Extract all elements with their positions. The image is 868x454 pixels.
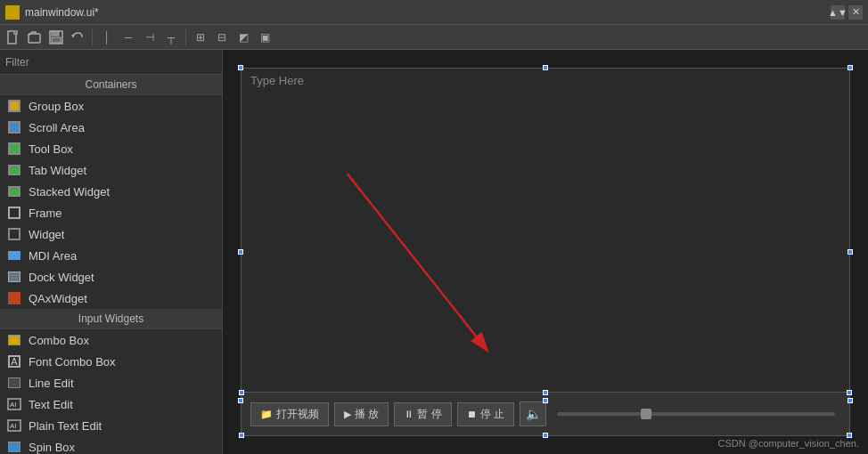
volume-button[interactable]: 🔈 (520, 401, 546, 426)
stop-icon: ⏹ (467, 409, 477, 419)
text-edit-label: Text Edit (29, 398, 73, 411)
section-containers: Containers (0, 75, 222, 95)
anchor-bottom-bar-right[interactable] (847, 390, 852, 395)
app-icon (5, 5, 20, 20)
sidebar-item-line-edit[interactable]: Line Edit (0, 372, 222, 393)
play-button[interactable]: ▶ 播 放 (334, 402, 389, 426)
frame-icon (7, 206, 21, 220)
line-edit-icon (7, 376, 21, 390)
svg-rect-4 (29, 34, 40, 43)
anchor-canvas-bottom-right[interactable] (848, 398, 853, 403)
pause-button[interactable]: ⏸ 暂 停 (394, 402, 451, 426)
anchor-bottom-bar-bottom-center[interactable] (543, 433, 548, 438)
open-video-icon: 📁 (260, 409, 273, 420)
toolbar-btn-save[interactable] (46, 28, 66, 47)
sidebar-item-text-edit[interactable]: AI Text Edit (0, 393, 222, 415)
frame-label: Frame (29, 207, 62, 220)
toolbar-btn-align-center[interactable]: ─ (119, 28, 138, 47)
sidebar-item-stacked-widget[interactable]: Stacked Widget (0, 181, 222, 202)
toolbar-btn-break[interactable]: ⊟ (212, 28, 232, 47)
open-video-button[interactable]: 📁 打开视频 (250, 402, 329, 426)
font-combo-box-icon: A (7, 354, 21, 369)
combo-box-label: Combo Box (29, 334, 89, 347)
spin-box-icon (7, 440, 21, 454)
anchor-canvas-bottom-center[interactable] (543, 398, 548, 403)
anchor-bottom-bar-bottom-left[interactable] (239, 433, 244, 438)
sidebar-item-combo-box[interactable]: Combo Box (0, 329, 222, 351)
stacked-widget-label: Stacked Widget (29, 185, 110, 199)
tool-box-label: Tool Box (29, 142, 73, 156)
filter-label: Filter (5, 56, 29, 69)
toolbar-btn-align-left[interactable]: │ (97, 28, 117, 47)
volume-slider-handle[interactable] (641, 409, 651, 419)
type-here-label: Type Here (242, 69, 849, 93)
sidebar-item-dock-widget[interactable]: Dock Widget (0, 266, 222, 288)
section-input-widgets: Input Widgets (0, 309, 222, 329)
qaxwidget-icon (7, 291, 21, 305)
sidebar-item-group-box[interactable]: Group Box (0, 95, 222, 117)
toolbar-btn-align-top[interactable]: ┬ (161, 28, 181, 47)
svg-text:AI: AI (10, 422, 17, 430)
tab-widget-icon (7, 163, 21, 177)
svg-marker-8 (71, 35, 75, 37)
toolbar-btn-undo[interactable] (68, 28, 87, 47)
dock-widget-icon (7, 270, 21, 284)
toolbar-btn-layout[interactable]: ◩ (233, 28, 253, 47)
svg-rect-3 (13, 30, 18, 35)
text-edit-icon: AI (7, 397, 21, 411)
filter-bar: Filter (0, 50, 222, 75)
group-box-icon (7, 99, 21, 113)
anchor-top-center[interactable] (543, 65, 548, 70)
close-btn[interactable]: ✕ (848, 5, 863, 20)
mdi-area-label: MDI Area (29, 249, 77, 263)
toolbar-btn-open[interactable] (25, 28, 45, 47)
stop-label: 停 止 (480, 407, 504, 422)
anchor-bottom-bar-center-top[interactable] (543, 390, 548, 395)
sidebar-item-font-combo-box[interactable]: A Font Combo Box (0, 351, 222, 372)
sidebar-item-plain-text-edit[interactable]: AI Plain Text Edit (0, 415, 222, 436)
tool-box-icon (7, 142, 21, 156)
stop-button[interactable]: ⏹ 停 止 (457, 402, 514, 426)
form-canvas[interactable]: Type Here (241, 68, 850, 401)
plain-text-edit-icon: AI (7, 418, 21, 433)
anchor-top-left[interactable] (238, 65, 243, 70)
open-video-label: 打开视频 (276, 407, 319, 422)
svg-rect-1 (9, 9, 16, 16)
widget-icon (7, 227, 21, 241)
volume-icon: 🔈 (526, 407, 541, 421)
main-content: Filter Containers Group Box Scroll Area (0, 50, 868, 454)
dock-widget-label: Dock Widget (29, 271, 94, 284)
play-label: 播 放 (355, 407, 379, 422)
scroll-area-icon (7, 120, 21, 134)
sidebar-item-scroll-area[interactable]: Scroll Area (0, 117, 222, 138)
anchor-mid-left[interactable] (238, 249, 243, 255)
window-controls[interactable]: ▲▼ ✕ (831, 5, 863, 20)
group-box-label: Group Box (29, 100, 84, 113)
sidebar-item-qaxwidget[interactable]: QAxWidget (0, 288, 222, 309)
sidebar-item-widget[interactable]: Widget (0, 223, 222, 245)
anchor-top-right[interactable] (848, 65, 853, 70)
sidebar-item-frame[interactable]: Frame (0, 202, 222, 223)
stacked-widget-icon (7, 184, 21, 199)
title-bar: mainwindow.ui* ▲▼ ✕ (0, 0, 868, 25)
volume-slider[interactable] (557, 412, 835, 416)
toolbar-btn-grid[interactable]: ⊞ (191, 28, 210, 47)
sidebar-item-tool-box[interactable]: Tool Box (0, 138, 222, 159)
combo-box-icon (7, 333, 21, 347)
toolbar-btn-align-right[interactable]: ⊣ (140, 28, 160, 47)
design-canvas-area[interactable]: Type Here 📁 打 (223, 50, 868, 454)
svg-rect-6 (52, 31, 59, 36)
anchor-bottom-bar-left[interactable] (239, 390, 244, 395)
minimize-maximize-btn[interactable]: ▲▼ (831, 5, 845, 20)
window-title: mainwindow.ui* (25, 6, 825, 19)
anchor-canvas-bottom-left[interactable] (238, 398, 243, 403)
scroll-area-label: Scroll Area (29, 121, 85, 134)
toolbar: │ ─ ⊣ ┬ ⊞ ⊟ ◩ ▣ (0, 25, 868, 50)
sidebar-item-tab-widget[interactable]: Tab Widget (0, 159, 222, 181)
toolbar-btn-new[interactable] (4, 28, 23, 47)
line-edit-label: Line Edit (29, 377, 74, 390)
toolbar-btn-preview[interactable]: ▣ (255, 28, 274, 47)
sidebar-item-mdi-area[interactable]: MDI Area (0, 245, 222, 266)
anchor-mid-right[interactable] (848, 249, 853, 255)
sidebar-item-spin-box[interactable]: Spin Box (0, 436, 222, 454)
